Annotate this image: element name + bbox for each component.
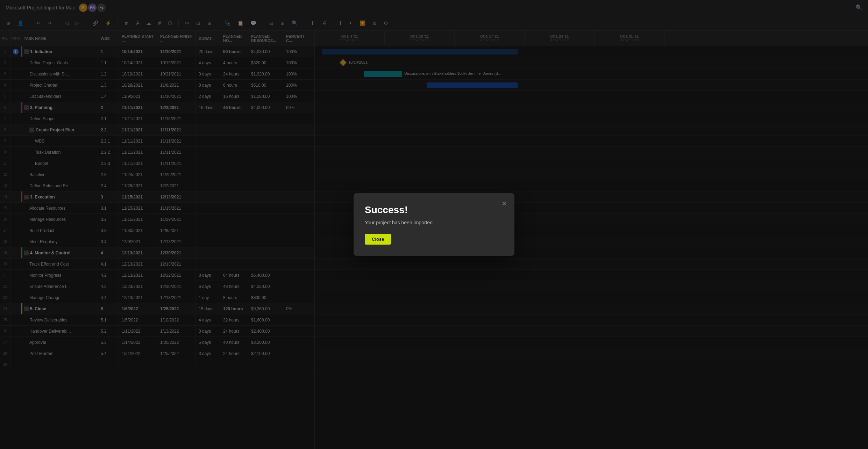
modal-message: Your project has been imported. (365, 220, 503, 225)
success-modal: ✕ Success! Your project has been importe… (354, 193, 514, 256)
modal-close-button[interactable]: Close (365, 234, 391, 245)
modal-overlay: ✕ Success! Your project has been importe… (0, 0, 868, 449)
modal-close-x-button[interactable]: ✕ (499, 199, 509, 209)
modal-title: Success! (365, 204, 503, 216)
